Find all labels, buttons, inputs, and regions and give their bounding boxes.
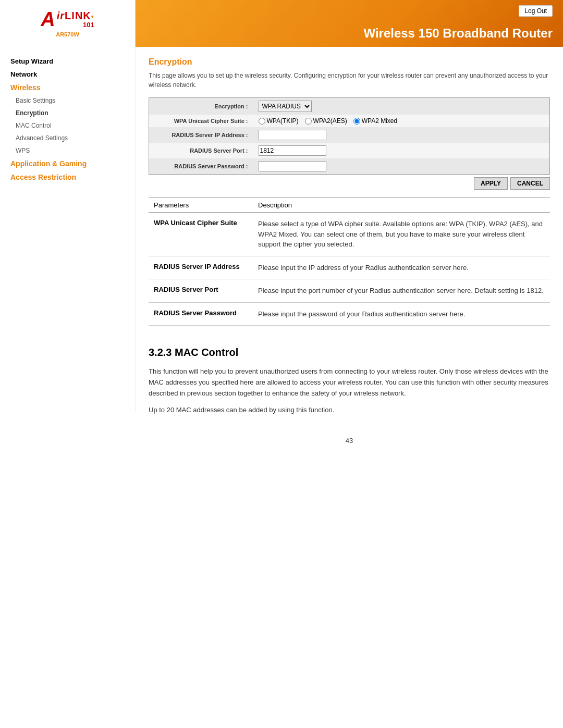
logo-irlink: irLINK• 101 — [57, 10, 94, 29]
logo-area: A irLINK• 101 AR570W — [0, 0, 136, 47]
radius-password-value — [253, 158, 550, 175]
param-cell: WPA Unicast Cipher Suite — [149, 213, 253, 256]
radius-password-label: RADIUS Server Password : — [149, 158, 253, 175]
radius-ip-label: RADIUS Server IP Address : — [149, 127, 253, 143]
desc-cell: Please input the port number of your Rad… — [253, 279, 550, 303]
encryption-title: Encryption — [149, 57, 550, 67]
sidebar-item-encryption[interactable]: Encryption — [0, 107, 135, 119]
radius-port-value — [253, 143, 550, 158]
sidebar-item-basic-settings[interactable]: Basic Settings — [0, 94, 135, 107]
sidebar: Setup Wizard Network Wireless Basic Sett… — [0, 47, 136, 412]
cipher-aes-label[interactable]: WPA2(AES) — [305, 117, 347, 125]
page-number: 43 — [149, 437, 550, 445]
desc-cell: Please input the password of your Radius… — [253, 302, 550, 326]
sidebar-item-setup-wizard[interactable]: Setup Wizard — [0, 55, 135, 68]
logo: A irLINK• 101 — [41, 9, 94, 29]
table-row: RADIUS Server PasswordPlease input the p… — [149, 302, 550, 326]
cipher-radio-group: WPA(TKIP) WPA2(AES) WPA2 Mixed — [259, 117, 545, 125]
encryption-field-label: Encryption : — [149, 98, 253, 115]
encryption-form-table: Encryption : WPA RADIUS WPA WPA2 WPA Uni… — [149, 97, 550, 175]
table-row: RADIUS Server IP AddressPlease input the… — [149, 256, 550, 279]
mac-control-desc1: This function will help you to prevent u… — [149, 366, 550, 399]
sidebar-item-wireless[interactable]: Wireless — [0, 81, 135, 94]
cipher-mixed-text: WPA2 Mixed — [362, 117, 397, 125]
header-banner: Log Out Wireless 150 Broadband Router — [136, 0, 563, 47]
cancel-button[interactable]: CANCEL — [510, 177, 550, 190]
banner-title: Wireless 150 Broadband Router — [363, 26, 553, 41]
encryption-field-value: WPA RADIUS WPA WPA2 — [253, 98, 550, 115]
logo-irlink-text: irLINK• — [57, 10, 94, 21]
param-cell: RADIUS Server Port — [149, 279, 253, 303]
mac-control-title: 3.2.3 MAC Control — [149, 347, 550, 359]
radius-ip-value — [253, 127, 550, 143]
sidebar-item-access-restriction[interactable]: Access Restriction — [0, 170, 135, 184]
logo-101-text: 101 — [57, 21, 94, 29]
radius-port-label: RADIUS Server Port : — [149, 143, 253, 158]
table-row: RADIUS Server PortPlease input the port … — [149, 279, 550, 303]
mac-control-desc2: Up to 20 MAC addresses can be added by u… — [149, 405, 550, 416]
table-row-radius-ip: RADIUS Server IP Address : — [149, 127, 550, 143]
radius-password-input[interactable] — [259, 161, 326, 171]
model-label: AR570W — [56, 31, 79, 38]
cipher-aes-radio[interactable] — [305, 118, 312, 125]
form-button-row: APPLY CANCEL — [149, 177, 550, 190]
main-layout: Setup Wizard Network Wireless Basic Sett… — [0, 47, 563, 455]
cipher-suite-options: WPA(TKIP) WPA2(AES) WPA2 Mixed — [253, 115, 550, 127]
sidebar-item-wps[interactable]: WPS — [0, 144, 135, 157]
logout-button[interactable]: Log Out — [519, 5, 553, 17]
page-header: A irLINK• 101 AR570W Log Out Wireless 15… — [0, 0, 563, 47]
table-row-cipher-suite: WPA Unicast Cipher Suite : WPA(TKIP) WPA… — [149, 115, 550, 127]
desc-cell: Please input the IP address of your Radi… — [253, 256, 550, 279]
param-table-header-row: Parameters Description — [149, 198, 550, 213]
cipher-tkip-label[interactable]: WPA(TKIP) — [259, 117, 299, 125]
encryption-select[interactable]: WPA RADIUS WPA WPA2 — [259, 101, 312, 112]
cipher-mixed-label[interactable]: WPA2 Mixed — [353, 117, 397, 125]
radius-ip-input[interactable] — [259, 130, 326, 140]
logo-a-letter: A — [41, 9, 55, 29]
table-row-encryption: Encryption : WPA RADIUS WPA WPA2 — [149, 98, 550, 115]
cipher-aes-text: WPA2(AES) — [313, 117, 347, 125]
sidebar-item-application-gaming[interactable]: Application & Gaming — [0, 157, 135, 170]
desc-cell: Please select a type of WPA cipher suite… — [253, 213, 550, 256]
param-cell: RADIUS Server Password — [149, 302, 253, 326]
radius-port-input[interactable] — [259, 145, 326, 156]
encryption-description: This page allows you to set up the wirel… — [149, 71, 550, 90]
mac-control-section: 3.2.3 MAC Control This function will hel… — [149, 341, 550, 416]
table-row: WPA Unicast Cipher SuitePlease select a … — [149, 213, 550, 256]
cipher-mixed-radio[interactable] — [353, 118, 360, 125]
table-row-radius-password: RADIUS Server Password : — [149, 158, 550, 175]
cipher-suite-label: WPA Unicast Cipher Suite : — [149, 115, 253, 127]
desc-col-header: Description — [253, 198, 550, 213]
cipher-tkip-radio[interactable] — [259, 118, 265, 125]
content-area: Encryption This page allows you to set u… — [136, 47, 563, 455]
cipher-tkip-text: WPA(TKIP) — [267, 117, 299, 125]
apply-button[interactable]: APPLY — [474, 177, 508, 190]
table-row-radius-port: RADIUS Server Port : — [149, 143, 550, 158]
param-cell: RADIUS Server IP Address — [149, 256, 253, 279]
sidebar-item-network[interactable]: Network — [0, 68, 135, 81]
param-col-header: Parameters — [149, 198, 253, 213]
parameters-table: Parameters Description WPA Unicast Ciphe… — [149, 198, 550, 326]
sidebar-item-mac-control[interactable]: MAC Control — [0, 119, 135, 132]
sidebar-item-advanced-settings[interactable]: Advanced Settings — [0, 132, 135, 144]
